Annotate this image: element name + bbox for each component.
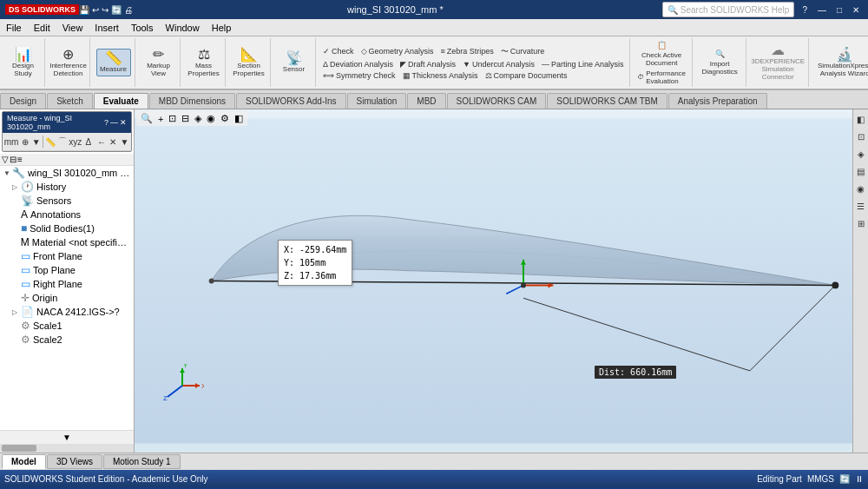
draft-analysis-btn[interactable]: ◤ Draft Analysis [398,59,458,69]
maximize-btn[interactable]: □ [833,5,845,15]
menu-insert[interactable]: Insert [89,21,125,35]
pause-icon[interactable]: ⏸ [855,474,864,484]
menu-file[interactable]: File [0,21,28,35]
hide-show-btn[interactable]: ◉ [205,112,217,125]
tree-options-icon[interactable]: ≡ [17,155,23,164]
symmetry-check-btn[interactable]: ⟺ Symmetry Check [320,70,398,81]
performance-evaluation-btn[interactable]: ⏱ PerformanceEvaluation [635,69,688,86]
tab-simulation[interactable]: Simulation [347,93,407,109]
filter-icon[interactable]: ▽ [2,155,9,164]
menu-help[interactable]: Help [206,21,238,35]
horizontal-scrollbar[interactable] [0,444,134,453]
compare-documents-btn[interactable]: ⚖ Compare Documents [483,70,570,81]
measure-btn[interactable]: 📏 Measure [96,49,131,76]
rebuild-icon[interactable]: 🔄 [111,5,122,15]
tree-item-sensors[interactable]: 📡 Sensors [0,194,134,208]
print-icon[interactable]: 🖨 [124,5,133,15]
collapse-icon[interactable]: ⊟ [10,155,16,164]
tab-analysis-preparation[interactable]: Analysis Preparation [668,93,767,109]
minimize-btn[interactable]: — [814,5,830,15]
save-icon[interactable]: 💾 [79,5,89,15]
section-properties-btn[interactable]: 📐 SectionProperties [230,46,266,80]
undercut-analysis-btn[interactable]: ▼ Undercut Analysis [460,59,537,69]
import-diagnostics-btn[interactable]: 🔍 ImportDiagnostics [699,49,740,76]
3dexperience-btn[interactable]: ☁ 3DEXPERIENCESimulationConnector [748,42,807,83]
rp-btn-7[interactable]: ⊞ [854,216,868,230]
sensor-btn[interactable]: 📡 Sensor [277,50,312,76]
curvature-btn[interactable]: 〜 Curvature [498,45,548,58]
bottom-tab-model[interactable]: Model [2,454,46,469]
tree-item-scale2[interactable]: ⚙ Scale2 [0,333,134,347]
arrow-left-btn[interactable]: ← [96,135,106,149]
panel-help-btn[interactable]: ? [104,118,108,127]
view-settings-btn[interactable]: ⚙ [219,112,231,125]
deviation-analysis-btn[interactable]: Δ Deviation Analysis [320,59,396,69]
close-measure-btn[interactable]: ✕ [108,135,118,149]
design-study-btn[interactable]: 📊 DesignStudy [6,46,41,80]
units-btn[interactable]: mm [4,135,18,149]
coord-system-btn[interactable]: ⊕ [20,135,30,149]
show-xyz-btn[interactable]: xyz [69,135,82,149]
rp-btn-4[interactable]: ▤ [854,164,868,178]
rp-btn-1[interactable]: ◧ [854,112,868,126]
tab-sketch[interactable]: Sketch [47,93,93,109]
tree-item-history[interactable]: ▷ 🕐 History [0,180,134,194]
display-mode-btn[interactable]: ◈ [193,112,203,125]
tab-solidworks-cam-tbm[interactable]: SOLIDWORKS CAM TBM [547,93,667,109]
view-orientation-btn[interactable]: ⊡ [167,112,178,125]
mass-properties-btn[interactable]: ⚖ MassProperties [185,46,221,80]
arc-edge-btn[interactable]: ⌒ [57,135,67,149]
tab-mbd-dimensions[interactable]: MBD Dimensions [149,93,235,109]
check-btn[interactable]: ✓ Check [320,46,357,56]
zebra-stripes-btn[interactable]: ≡ Zebra Stripes [438,46,496,56]
measure-type-btn[interactable]: 📏 [45,135,56,149]
markup-view-btn[interactable]: ✏ MarkupView [141,46,176,80]
parting-line-btn[interactable]: — Parting Line Analysis [539,59,627,69]
tree-item-material[interactable]: M Material <not specified> [0,235,134,249]
menu-window[interactable]: Window [160,21,206,35]
h-scroll-thumb[interactable] [2,445,36,452]
tab-solidworks-cam[interactable]: SOLIDWORKS CAM [447,93,547,109]
simulationxpress-btn[interactable]: 🔬 SimulationXpressAnalysis Wizard [815,46,868,80]
bottom-tab-3d-views[interactable]: 3D Views [47,454,102,469]
tree-item-scale1[interactable]: ⚙ Scale1 [0,319,134,333]
zoom-to-fit-btn[interactable]: 🔍 [139,112,155,125]
menu-tools[interactable]: Tools [125,21,160,35]
scroll-down-icon[interactable]: ▼ [62,433,71,442]
interference-detection-btn[interactable]: ⊕ InterferenceDetection [47,46,89,80]
arrow-down-btn[interactable]: ▼ [120,135,129,149]
bottom-tab-motion-study[interactable]: Motion Study 1 [103,454,181,469]
rebuild-indicator[interactable]: 🔄 [839,474,850,484]
rp-btn-5[interactable]: ◉ [854,182,868,195]
tree-root[interactable]: ▼ 🔧 wing_SI 301020_mm (Defa... [0,166,134,180]
tree-item-top-plane[interactable]: ▭ Top Plane [0,263,134,277]
tab-solidworks-addins[interactable]: SOLIDWORKS Add-Ins [236,93,345,109]
tab-mbd[interactable]: MBD [407,93,445,109]
selection-filter-btn[interactable]: ▼ [31,135,41,149]
menu-edit[interactable]: Edit [28,21,56,35]
tree-item-solid-bodies[interactable]: ■ Solid Bodies(1) [0,221,134,235]
thickness-analysis-btn[interactable]: ▦ Thickness Analysis [400,70,481,81]
rp-btn-2[interactable]: ⊡ [854,129,868,143]
tree-item-annotations[interactable]: A Annotations [0,208,134,221]
tab-evaluate[interactable]: Evaluate [94,93,148,109]
geometry-analysis-btn[interactable]: ◇ Geometry Analysis [358,46,437,56]
tree-item-naca[interactable]: ▷ 📄 NACA 2412.IGS->? [0,305,134,319]
panel-close-btn[interactable]: ✕ [120,118,127,127]
tree-item-origin[interactable]: ✛ Origin [0,291,134,305]
panel-minimize-btn[interactable]: — [110,118,118,127]
redo-icon[interactable]: ↪ [102,5,108,15]
section-view-btn[interactable]: ⊟ [180,112,191,125]
rp-btn-6[interactable]: ☰ [854,199,868,213]
zoom-in-btn[interactable]: + [156,113,165,125]
tab-design[interactable]: Design [0,93,46,109]
help-search-box[interactable]: 🔍 Search SOLIDWORKS Help [662,2,795,17]
menu-view[interactable]: View [56,21,89,35]
show-delta-btn[interactable]: Δ [83,135,93,149]
tree-item-front-plane[interactable]: ▭ Front Plane [0,249,134,263]
render-mode-btn[interactable]: ◧ [233,112,245,125]
close-btn[interactable]: ✕ [849,5,863,15]
tree-item-right-plane[interactable]: ▭ Right Plane [0,277,134,291]
undo-icon[interactable]: ↩ [92,5,99,15]
viewport[interactable]: X: -259.64mm Y: 105mm Z: 17.36mm Dist: 6… [135,109,852,453]
